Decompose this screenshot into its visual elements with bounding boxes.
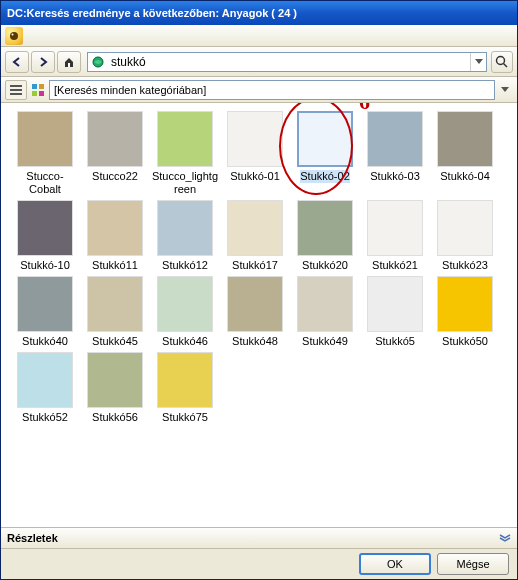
footer: OK Mégse (1, 549, 517, 579)
material-label: Stukkó20 (302, 259, 348, 272)
material-label: Stukkó21 (372, 259, 418, 272)
material-thumbnail (227, 276, 283, 332)
material-item[interactable]: Stukkó-04 (431, 111, 499, 196)
material-label: Stukkó75 (162, 411, 208, 424)
material-item[interactable]: Stukkó75 (151, 352, 219, 424)
search-field-wrap (87, 52, 487, 72)
material-thumbnail (87, 200, 143, 256)
app-badge-icon (5, 27, 23, 45)
results-grid: Stucco-CobaltStucco22Stucco_lightgreenSt… (1, 103, 517, 527)
material-label: Stukkó48 (232, 335, 278, 348)
svg-rect-11 (32, 91, 37, 96)
material-thumbnail (297, 276, 353, 332)
forward-button[interactable] (31, 51, 55, 73)
material-thumbnail (437, 111, 493, 167)
material-label: Stukkó11 (92, 259, 138, 272)
material-thumbnail (17, 111, 73, 167)
material-thumbnail (157, 276, 213, 332)
search-input[interactable] (108, 53, 470, 71)
material-item[interactable]: Stukkó17 (221, 200, 289, 272)
back-button[interactable] (5, 51, 29, 73)
svg-point-4 (497, 56, 505, 64)
material-item[interactable]: Stukkó-10 (11, 200, 79, 272)
category-dropdown-button[interactable] (497, 87, 513, 92)
window-title: DC:Keresés eredménye a következőben: Any… (7, 7, 297, 19)
material-thumbnail (17, 352, 73, 408)
material-item[interactable]: Stukkó5 (361, 276, 429, 348)
material-label: Stucco-Cobalt (11, 170, 79, 196)
material-thumbnail (437, 276, 493, 332)
ok-button[interactable]: OK (359, 553, 431, 575)
material-label: Stukkó45 (92, 335, 138, 348)
material-item[interactable]: Stukkó45 (81, 276, 149, 348)
search-dropdown-button[interactable] (470, 53, 486, 71)
cancel-button[interactable]: Mégse (437, 553, 509, 575)
material-thumbnail (17, 200, 73, 256)
material-label: Stukkó52 (22, 411, 68, 424)
material-label: Stukkó46 (162, 335, 208, 348)
material-item[interactable]: Stucco_lightgreen (151, 111, 219, 196)
material-label: Stukkó-01 (230, 170, 280, 183)
nav-toolbar (1, 47, 517, 77)
toolbar-top (1, 25, 517, 47)
svg-rect-2 (68, 63, 70, 67)
view-list-button[interactable] (5, 80, 27, 100)
material-item[interactable]: Stukkó48 (221, 276, 289, 348)
home-button[interactable] (57, 51, 81, 73)
material-item[interactable]: Stukkó12 (151, 200, 219, 272)
svg-rect-8 (10, 93, 22, 95)
svg-point-1 (12, 33, 14, 35)
material-item[interactable]: Stucco-Cobalt (11, 111, 79, 196)
material-item[interactable]: Stukkó49 (291, 276, 359, 348)
material-thumbnail (87, 276, 143, 332)
material-thumbnail (437, 200, 493, 256)
category-text: [Keresés minden kategóriában] (54, 84, 206, 96)
material-label: Stukkó-10 (20, 259, 70, 272)
details-label: Részletek (7, 532, 58, 544)
material-thumbnail (227, 200, 283, 256)
svg-line-5 (504, 63, 508, 67)
material-thumbnail (297, 200, 353, 256)
details-bar[interactable]: Részletek (1, 527, 517, 549)
material-item[interactable]: Stukkó20 (291, 200, 359, 272)
material-item[interactable]: Stukkó21 (361, 200, 429, 272)
search-button[interactable] (491, 51, 513, 73)
material-thumbnail (367, 276, 423, 332)
globe-icon (88, 55, 108, 69)
material-item[interactable]: Stukkó50 (431, 276, 499, 348)
material-label: Stukkó5 (375, 335, 415, 348)
material-item[interactable]: Stukkó40 (11, 276, 79, 348)
material-label: Stukkó40 (22, 335, 68, 348)
filter-toolbar: [Keresés minden kategóriában] (1, 77, 517, 103)
material-thumbnail (227, 111, 283, 167)
material-item[interactable]: Stukkó23 (431, 200, 499, 272)
material-item[interactable]: Stukkó-03 (361, 111, 429, 196)
material-thumbnail (157, 352, 213, 408)
material-thumbnail (157, 200, 213, 256)
svg-rect-9 (32, 84, 37, 89)
svg-rect-12 (39, 91, 44, 96)
svg-rect-7 (10, 89, 22, 91)
material-label: Stukkó-04 (440, 170, 490, 183)
material-item[interactable]: Stukkó56 (81, 352, 149, 424)
material-thumbnail (367, 111, 423, 167)
chevron-down-icon (499, 534, 511, 542)
category-field[interactable]: [Keresés minden kategóriában] (49, 80, 495, 100)
material-thumbnail (367, 200, 423, 256)
svg-rect-10 (39, 84, 44, 89)
annotation-6: 6 (359, 103, 370, 115)
material-label: Stucco22 (92, 170, 138, 183)
material-item[interactable]: Stukkó52 (11, 352, 79, 424)
material-thumbnail (87, 111, 143, 167)
category-icon (29, 81, 47, 99)
material-thumbnail (87, 352, 143, 408)
material-thumbnail (157, 111, 213, 167)
material-label: Stukkó50 (442, 335, 488, 348)
material-label: Stukkó12 (162, 259, 208, 272)
material-item[interactable]: Stukkó11 (81, 200, 149, 272)
material-label: Stukkó23 (442, 259, 488, 272)
title-bar: DC:Keresés eredménye a következőben: Any… (1, 1, 517, 25)
material-item[interactable]: Stukkó46 (151, 276, 219, 348)
material-item[interactable]: Stucco22 (81, 111, 149, 196)
material-thumbnail (17, 276, 73, 332)
